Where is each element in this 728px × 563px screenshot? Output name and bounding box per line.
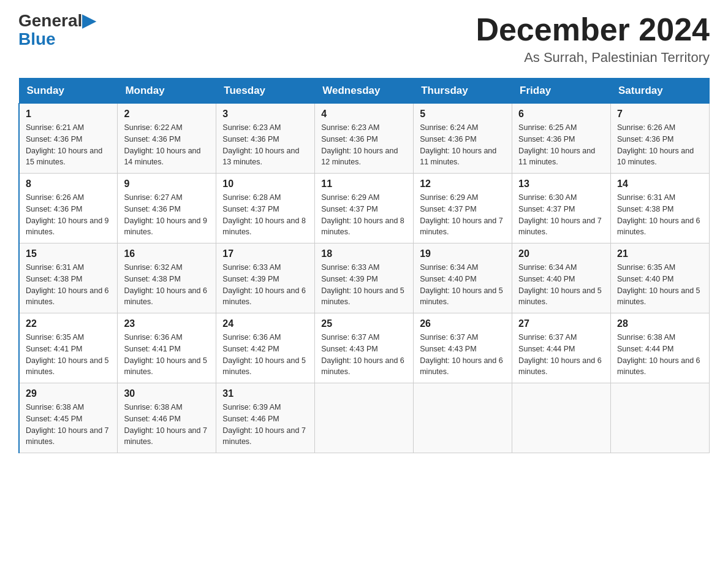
day-info: Sunrise: 6:31 AMSunset: 4:38 PMDaylight:… — [617, 192, 703, 238]
calendar-day-cell: 11Sunrise: 6:29 AMSunset: 4:37 PMDayligh… — [315, 174, 414, 243]
day-number: 18 — [321, 248, 407, 259]
day-number: 24 — [222, 318, 308, 329]
logo: General▶ Blue — [18, 12, 96, 49]
calendar-week-row: 22Sunrise: 6:35 AMSunset: 4:41 PMDayligh… — [19, 313, 710, 383]
day-number: 21 — [617, 248, 703, 259]
calendar-day-cell: 12Sunrise: 6:29 AMSunset: 4:37 PMDayligh… — [414, 174, 512, 243]
calendar-day-cell: 24Sunrise: 6:36 AMSunset: 4:42 PMDayligh… — [216, 313, 315, 383]
calendar-table: SundayMondayTuesdayWednesdayThursdayFrid… — [18, 78, 710, 453]
day-number: 20 — [518, 248, 604, 259]
day-number: 31 — [222, 388, 308, 399]
day-info: Sunrise: 6:23 AMSunset: 4:36 PMDaylight:… — [222, 122, 308, 168]
calendar-day-cell: 25Sunrise: 6:37 AMSunset: 4:43 PMDayligh… — [315, 313, 414, 383]
calendar-day-cell: 30Sunrise: 6:38 AMSunset: 4:46 PMDayligh… — [118, 383, 216, 453]
day-info: Sunrise: 6:37 AMSunset: 4:43 PMDaylight:… — [321, 332, 407, 378]
month-title: December 2024 — [476, 12, 710, 47]
calendar-day-cell: 16Sunrise: 6:32 AMSunset: 4:38 PMDayligh… — [118, 243, 216, 313]
day-number: 12 — [420, 178, 506, 190]
day-info: Sunrise: 6:28 AMSunset: 4:37 PMDaylight:… — [222, 192, 308, 238]
calendar-day-cell: 18Sunrise: 6:33 AMSunset: 4:39 PMDayligh… — [315, 243, 414, 313]
day-of-week-header: Wednesday — [315, 79, 414, 104]
calendar-day-cell: 6Sunrise: 6:25 AMSunset: 4:36 PMDaylight… — [512, 104, 611, 174]
calendar-week-row: 8Sunrise: 6:26 AMSunset: 4:36 PMDaylight… — [19, 174, 710, 243]
logo-general-text: General▶ — [18, 12, 96, 29]
day-number: 14 — [617, 178, 703, 190]
day-number: 25 — [321, 318, 407, 329]
day-info: Sunrise: 6:38 AMSunset: 4:45 PMDaylight:… — [26, 402, 111, 448]
day-info: Sunrise: 6:25 AMSunset: 4:36 PMDaylight:… — [518, 122, 604, 168]
day-info: Sunrise: 6:21 AMSunset: 4:36 PMDaylight:… — [26, 122, 111, 168]
calendar-day-cell: 4Sunrise: 6:23 AMSunset: 4:36 PMDaylight… — [315, 104, 414, 174]
day-info: Sunrise: 6:33 AMSunset: 4:39 PMDaylight:… — [222, 262, 308, 308]
day-info: Sunrise: 6:37 AMSunset: 4:43 PMDaylight:… — [420, 332, 506, 378]
day-info: Sunrise: 6:24 AMSunset: 4:36 PMDaylight:… — [420, 122, 506, 168]
day-number: 23 — [124, 318, 210, 329]
calendar-day-cell: 17Sunrise: 6:33 AMSunset: 4:39 PMDayligh… — [216, 243, 315, 313]
day-number: 1 — [26, 109, 111, 120]
calendar-day-cell: 5Sunrise: 6:24 AMSunset: 4:36 PMDaylight… — [414, 104, 512, 174]
calendar-day-cell — [414, 383, 512, 453]
day-info: Sunrise: 6:33 AMSunset: 4:39 PMDaylight:… — [321, 262, 407, 308]
calendar-day-cell: 13Sunrise: 6:30 AMSunset: 4:37 PMDayligh… — [512, 174, 611, 243]
day-info: Sunrise: 6:27 AMSunset: 4:36 PMDaylight:… — [124, 192, 210, 238]
day-of-week-header: Tuesday — [216, 79, 315, 104]
day-number: 5 — [420, 109, 506, 120]
day-info: Sunrise: 6:34 AMSunset: 4:40 PMDaylight:… — [518, 262, 604, 308]
day-number: 27 — [518, 318, 604, 329]
day-info: Sunrise: 6:23 AMSunset: 4:36 PMDaylight:… — [321, 122, 407, 168]
day-number: 13 — [518, 178, 604, 190]
day-of-week-header: Saturday — [611, 79, 710, 104]
calendar-day-cell: 7Sunrise: 6:26 AMSunset: 4:36 PMDaylight… — [611, 104, 710, 174]
calendar-week-row: 1Sunrise: 6:21 AMSunset: 4:36 PMDaylight… — [19, 104, 710, 174]
calendar-day-cell: 26Sunrise: 6:37 AMSunset: 4:43 PMDayligh… — [414, 313, 512, 383]
day-number: 3 — [222, 109, 308, 120]
calendar-day-cell: 21Sunrise: 6:35 AMSunset: 4:40 PMDayligh… — [611, 243, 710, 313]
calendar-day-cell: 23Sunrise: 6:36 AMSunset: 4:41 PMDayligh… — [118, 313, 216, 383]
calendar-day-cell: 14Sunrise: 6:31 AMSunset: 4:38 PMDayligh… — [611, 174, 710, 243]
page-header: General▶ Blue December 2024 As Surrah, P… — [18, 12, 710, 66]
calendar-day-cell — [611, 383, 710, 453]
calendar-day-cell: 9Sunrise: 6:27 AMSunset: 4:36 PMDaylight… — [118, 174, 216, 243]
day-info: Sunrise: 6:37 AMSunset: 4:44 PMDaylight:… — [518, 332, 604, 378]
calendar-day-cell: 31Sunrise: 6:39 AMSunset: 4:46 PMDayligh… — [216, 383, 315, 453]
day-number: 6 — [518, 109, 604, 120]
day-number: 30 — [124, 388, 210, 399]
day-info: Sunrise: 6:32 AMSunset: 4:38 PMDaylight:… — [124, 262, 210, 308]
day-number: 22 — [26, 318, 111, 329]
day-of-week-header: Thursday — [414, 79, 512, 104]
day-of-week-header: Monday — [118, 79, 216, 104]
day-info: Sunrise: 6:22 AMSunset: 4:36 PMDaylight:… — [124, 122, 210, 168]
calendar-day-cell: 8Sunrise: 6:26 AMSunset: 4:36 PMDaylight… — [19, 174, 118, 243]
day-info: Sunrise: 6:36 AMSunset: 4:42 PMDaylight:… — [222, 332, 308, 378]
day-info: Sunrise: 6:39 AMSunset: 4:46 PMDaylight:… — [222, 402, 308, 448]
day-of-week-header: Sunday — [19, 79, 118, 104]
day-info: Sunrise: 6:35 AMSunset: 4:40 PMDaylight:… — [617, 262, 703, 308]
calendar-header-row: SundayMondayTuesdayWednesdayThursdayFrid… — [19, 79, 710, 104]
calendar-day-cell: 20Sunrise: 6:34 AMSunset: 4:40 PMDayligh… — [512, 243, 611, 313]
day-number: 10 — [222, 178, 308, 190]
calendar-day-cell: 3Sunrise: 6:23 AMSunset: 4:36 PMDaylight… — [216, 104, 315, 174]
calendar-day-cell: 10Sunrise: 6:28 AMSunset: 4:37 PMDayligh… — [216, 174, 315, 243]
day-number: 28 — [617, 318, 703, 329]
day-number: 7 — [617, 109, 703, 120]
calendar-day-cell: 28Sunrise: 6:38 AMSunset: 4:44 PMDayligh… — [611, 313, 710, 383]
day-info: Sunrise: 6:29 AMSunset: 4:37 PMDaylight:… — [420, 192, 506, 238]
day-number: 16 — [124, 248, 210, 259]
day-info: Sunrise: 6:26 AMSunset: 4:36 PMDaylight:… — [617, 122, 703, 168]
day-info: Sunrise: 6:36 AMSunset: 4:41 PMDaylight:… — [124, 332, 210, 378]
day-number: 29 — [26, 388, 111, 399]
calendar-day-cell: 29Sunrise: 6:38 AMSunset: 4:45 PMDayligh… — [19, 383, 118, 453]
day-number: 9 — [124, 178, 210, 190]
day-info: Sunrise: 6:35 AMSunset: 4:41 PMDaylight:… — [26, 332, 111, 378]
logo-blue-text: Blue — [18, 29, 56, 49]
day-info: Sunrise: 6:38 AMSunset: 4:44 PMDaylight:… — [617, 332, 703, 378]
day-of-week-header: Friday — [512, 79, 611, 104]
location-text: As Surrah, Palestinian Territory — [476, 50, 710, 66]
calendar-week-row: 15Sunrise: 6:31 AMSunset: 4:38 PMDayligh… — [19, 243, 710, 313]
calendar-day-cell — [512, 383, 611, 453]
day-info: Sunrise: 6:26 AMSunset: 4:36 PMDaylight:… — [26, 192, 111, 238]
calendar-day-cell: 19Sunrise: 6:34 AMSunset: 4:40 PMDayligh… — [414, 243, 512, 313]
day-number: 8 — [26, 178, 111, 190]
day-number: 4 — [321, 109, 407, 120]
day-number: 26 — [420, 318, 506, 329]
